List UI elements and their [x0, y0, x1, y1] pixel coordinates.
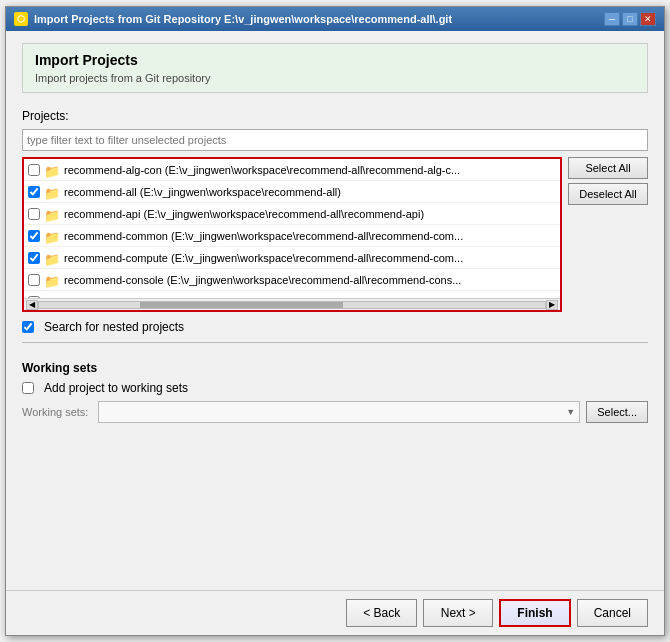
add-to-working-sets-checkbox[interactable]: [22, 382, 34, 394]
cancel-button[interactable]: Cancel: [577, 599, 648, 627]
scrollbar-thumb[interactable]: [140, 302, 342, 308]
folder-icon: 📁: [44, 164, 60, 176]
header-section: Import Projects Import projects from a G…: [22, 43, 648, 93]
page-title: Import Projects: [35, 52, 635, 68]
folder-icon: 📁: [44, 186, 60, 198]
project-item[interactable]: 📁recommend-console (E:\v_jingwen\workspa…: [24, 269, 560, 291]
working-sets-row: Add project to working sets: [22, 381, 648, 395]
title-bar: ⬡ Import Projects from Git Repository E:…: [6, 7, 664, 31]
working-sets-section: Working sets Add project to working sets…: [22, 361, 648, 423]
project-item[interactable]: 📁recommend-common (E:\v_jingwen\workspac…: [24, 225, 560, 247]
folder-icon: 📁: [44, 274, 60, 286]
project-item[interactable]: 📁recommend-api (E:\v_jingwen\workspace\r…: [24, 203, 560, 225]
select-working-sets-button[interactable]: Select...: [586, 401, 648, 423]
project-checkbox-3[interactable]: [28, 230, 40, 242]
project-name: recommend-common (E:\v_jingwen\workspace…: [64, 230, 463, 242]
folder-icon: 📁: [44, 208, 60, 220]
combo-arrow-icon: ▼: [566, 407, 575, 417]
project-name: recommend-all (E:\v_jingwen\workspace\re…: [64, 186, 341, 198]
nested-projects-checkbox[interactable]: [22, 321, 34, 333]
window-title: Import Projects from Git Repository E:\v…: [34, 13, 452, 25]
close-button[interactable]: ✕: [640, 12, 656, 26]
scrollbar-track[interactable]: [38, 301, 546, 309]
back-button[interactable]: < Back: [346, 599, 417, 627]
project-checkbox-4[interactable]: [28, 252, 40, 264]
side-buttons: Select All Deselect All: [568, 157, 648, 312]
folder-icon: 📁: [44, 252, 60, 264]
content-area: Import Projects Import projects from a G…: [6, 31, 664, 590]
footer: < Back Next > Finish Cancel: [6, 590, 664, 635]
working-sets-label: Working sets:: [22, 406, 92, 418]
scroll-right-arrow[interactable]: ▶: [546, 300, 558, 310]
main-window: ⬡ Import Projects from Git Repository E:…: [5, 6, 665, 636]
projects-list-wrapper: 📁recommend-alg-con (E:\v_jingwen\workspa…: [22, 157, 562, 312]
add-to-working-sets-label: Add project to working sets: [44, 381, 188, 395]
maximize-button[interactable]: □: [622, 12, 638, 26]
finish-button[interactable]: Finish: [499, 599, 570, 627]
project-checkbox-2[interactable]: [28, 208, 40, 220]
project-item[interactable]: 📁recommend-all (E:\v_jingwen\workspace\r…: [24, 181, 560, 203]
select-all-button[interactable]: Select All: [568, 157, 648, 179]
project-checkbox-1[interactable]: [28, 186, 40, 198]
separator: [22, 342, 648, 343]
project-name: recommend-console (E:\v_jingwen\workspac…: [64, 274, 461, 286]
project-item[interactable]: 📁recommend-compute (E:\v_jingwen\workspa…: [24, 247, 560, 269]
project-item[interactable]: 📁recommend-credit (E:\v_jingwen\workspac…: [24, 291, 560, 298]
working-sets-title: Working sets: [22, 361, 648, 375]
page-subtitle: Import projects from a Git repository: [35, 72, 635, 84]
title-bar-left: ⬡ Import Projects from Git Repository E:…: [14, 12, 452, 26]
projects-label: Projects:: [22, 109, 648, 123]
project-checkbox-0[interactable]: [28, 164, 40, 176]
deselect-all-button[interactable]: Deselect All: [568, 183, 648, 205]
window-icon: ⬡: [14, 12, 28, 26]
project-name: recommend-alg-con (E:\v_jingwen\workspac…: [64, 164, 460, 176]
title-bar-controls: ─ □ ✕: [604, 12, 656, 26]
working-sets-combo[interactable]: ▼: [98, 401, 580, 423]
project-name: recommend-api (E:\v_jingwen\workspace\re…: [64, 208, 424, 220]
project-name: recommend-compute (E:\v_jingwen\workspac…: [64, 252, 463, 264]
horizontal-scrollbar[interactable]: ◀ ▶: [24, 298, 560, 310]
folder-icon: 📁: [44, 230, 60, 242]
minimize-button[interactable]: ─: [604, 12, 620, 26]
working-sets-input-row: Working sets: ▼ Select...: [22, 401, 648, 423]
filter-input[interactable]: [22, 129, 648, 151]
filter-row: [22, 129, 648, 151]
nested-projects-section: Search for nested projects: [22, 320, 648, 334]
projects-list-container: 📁recommend-alg-con (E:\v_jingwen\workspa…: [22, 157, 648, 312]
scroll-left-arrow[interactable]: ◀: [26, 300, 38, 310]
next-button[interactable]: Next >: [423, 599, 493, 627]
projects-list: 📁recommend-alg-con (E:\v_jingwen\workspa…: [24, 159, 560, 298]
nested-projects-label: Search for nested projects: [44, 320, 184, 334]
project-item[interactable]: 📁recommend-alg-con (E:\v_jingwen\workspa…: [24, 159, 560, 181]
project-checkbox-5[interactable]: [28, 274, 40, 286]
